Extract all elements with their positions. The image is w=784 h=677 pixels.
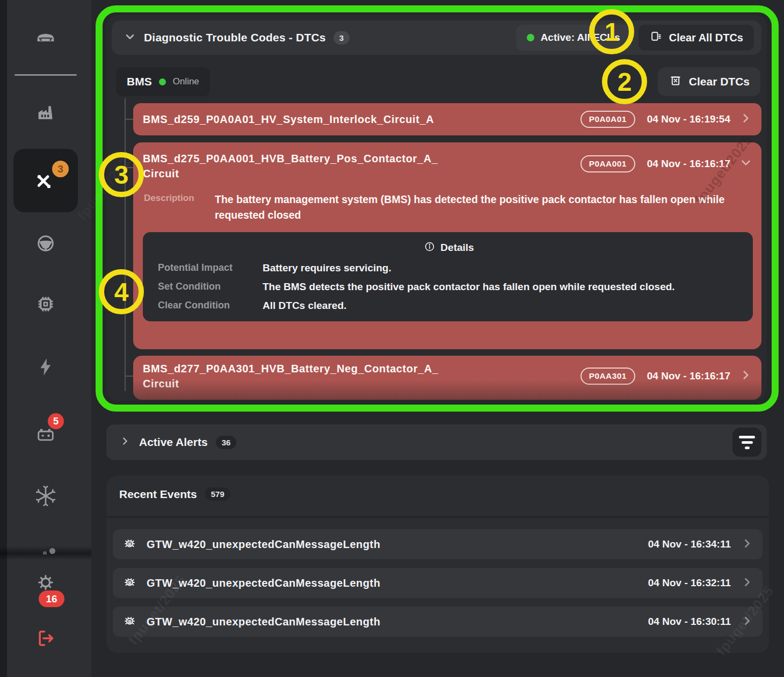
clear-dtcs-button[interactable]: Clear DTCs <box>658 67 760 96</box>
recent-events-panel: Recent Events 579 GTW_w420_unexpectedCan… <box>106 476 769 653</box>
lightning-icon <box>35 356 56 380</box>
event-name: GTW_w420_unexpectedCanMessageLength <box>147 538 638 551</box>
description-label: Description <box>144 192 215 224</box>
chip-icon <box>35 293 56 317</box>
sidebar-edge <box>0 0 7 677</box>
hidden-icon-peek <box>49 548 55 554</box>
details-title: Details <box>440 242 474 254</box>
dtc-panel-header[interactable]: Diagnostic Trouble Codes - DTCs 3 Active… <box>112 20 761 55</box>
sidebar-item-ecu[interactable] <box>33 292 59 318</box>
dtc-name: BMS_d275_P0AA001_HVB_Battery_Pos_Contact… <box>143 151 444 181</box>
active-ecus-filter-label: Active: All ECUs <box>541 32 620 44</box>
dtc-code-pill: P0AA301 <box>580 368 635 385</box>
app-root: 3 <box>0 0 784 677</box>
dtc-tree-line <box>125 98 126 391</box>
dtc-panel: Diagnostic Trouble Codes - DTCs 3 Active… <box>106 15 767 401</box>
ecu-name: BMS <box>127 75 152 88</box>
sidebar-item-factory[interactable] <box>33 101 59 127</box>
sidebar-item-climate[interactable] <box>33 484 59 510</box>
active-alerts-count-badge: 36 <box>216 436 237 449</box>
active-alerts-bar[interactable]: Active Alerts 36 <box>106 424 767 460</box>
sidebar-divider <box>14 74 77 76</box>
chevron-right-icon[interactable] <box>739 111 753 127</box>
dtc-row[interactable]: BMS_d259_P0A0A01_HV_System_Interlock_Cir… <box>133 103 761 135</box>
online-status-dot <box>159 78 166 85</box>
snowflake-icon <box>35 485 56 509</box>
set-condition-value: The BMS detects the positive pack contac… <box>263 281 675 293</box>
steering-wheel-icon <box>35 233 56 256</box>
event-timestamp: 04 Nov - 16:34:11 <box>648 538 731 550</box>
dtc-details-card: Details Potential Impact Battery require… <box>143 232 753 321</box>
sidebar: 3 <box>0 0 91 677</box>
service-badge: 3 <box>52 161 69 177</box>
ecu-chip-bms[interactable]: BMS Online <box>116 67 210 96</box>
recent-events-title: Recent Events <box>119 488 197 501</box>
dtc-description: The battery management system (BMS) has … <box>215 192 752 224</box>
clear-dtcs-label: Clear DTCs <box>689 75 750 88</box>
sidebar-item-driving[interactable] <box>33 232 59 257</box>
clear-all-dtcs-label: Clear All DTCs <box>669 32 743 44</box>
bug-icon <box>122 575 137 592</box>
factory-icon <box>35 102 56 126</box>
event-name: GTW_w420_unexpectedCanMessageLength <box>147 616 638 628</box>
chevron-right-icon <box>119 435 131 449</box>
logout-icon <box>35 628 56 651</box>
clear-condition-value: All DTCs cleared. <box>263 300 346 312</box>
events-divider <box>106 516 769 518</box>
event-name: GTW_w420_unexpectedCanMessageLength <box>147 577 638 589</box>
event-timestamp: 04 Nov - 16:32:11 <box>648 577 731 589</box>
dtc-code-pill: P0A0A01 <box>580 111 635 128</box>
potential-impact-label: Potential Impact <box>158 262 263 274</box>
event-timestamp: 04 Nov - 16:30:11 <box>648 616 731 628</box>
filter-button[interactable] <box>732 428 761 457</box>
dtc-name: BMS_d277_P0AA301_HVB_Battery_Neg_Contact… <box>143 361 444 391</box>
sidebar-item-power[interactable] <box>33 355 59 381</box>
dtc-tree-stub <box>125 167 134 168</box>
bug-icon <box>122 536 137 553</box>
issues-badge: 16 <box>39 590 64 607</box>
chevron-right-icon[interactable] <box>741 614 754 630</box>
dtc-timestamp: 04 Nov - 16:16:17 <box>647 158 730 170</box>
set-condition-label: Set Condition <box>158 281 263 293</box>
car-icon <box>35 27 56 51</box>
dtc-tree-stub <box>125 119 134 120</box>
clear-all-dtcs-button[interactable]: Clear All DTCs <box>638 25 754 51</box>
hidden-icon-peek <box>43 551 47 554</box>
event-row[interactable]: GTW_w420_unexpectedCanMessageLength 04 N… <box>113 607 763 637</box>
active-ecus-filter-button[interactable]: Active: All ECUs <box>516 25 631 51</box>
info-icon <box>424 241 435 255</box>
dtc-row[interactable]: BMS_d277_P0AA301_HVB_Battery_Neg_Contact… <box>133 356 761 400</box>
dtc-name: BMS_d259_P0A0A01_HV_System_Interlock_Cir… <box>143 112 572 127</box>
recent-events-count-badge: 579 <box>205 487 230 501</box>
potential-impact-value: Battery requires servicing. <box>263 262 391 274</box>
dtc-panel-title: Diagnostic Trouble Codes - DTCs <box>144 31 326 44</box>
dtc-code-pill: P0AA001 <box>580 155 635 172</box>
event-row[interactable]: GTW_w420_unexpectedCanMessageLength 04 N… <box>113 529 763 559</box>
ecu-status-label: Online <box>173 76 199 87</box>
chevron-right-icon[interactable] <box>741 537 754 552</box>
dtc-row-expanded[interactable]: BMS_d275_P0AA001_HVB_Battery_Pos_Contact… <box>133 142 761 349</box>
dtc-tree-stub <box>125 376 134 377</box>
chevron-down-icon <box>124 30 136 45</box>
dtc-count-badge: 3 <box>333 31 350 45</box>
event-row[interactable]: GTW_w420_unexpectedCanMessageLength 04 N… <box>113 568 763 598</box>
battery-badge: 5 <box>48 413 64 429</box>
clear-condition-label: Clear Condition <box>158 300 263 312</box>
bug-icon <box>122 614 137 630</box>
sidebar-item-logout[interactable] <box>33 626 59 652</box>
chevron-right-icon[interactable] <box>741 575 754 591</box>
sidebar-item-vehicle[interactable] <box>33 26 59 52</box>
chevron-down-icon[interactable] <box>739 156 753 172</box>
trash-x-icon <box>669 74 683 90</box>
active-status-dot <box>527 34 534 41</box>
dtc-timestamp: 04 Nov - 16:16:17 <box>647 370 730 382</box>
clear-list-icon <box>649 30 663 46</box>
active-alerts-title: Active Alerts <box>139 436 208 449</box>
dtc-timestamp: 04 Nov - 16:19:54 <box>647 113 730 125</box>
chevron-right-icon[interactable] <box>739 368 753 384</box>
filter-icon <box>739 436 755 438</box>
